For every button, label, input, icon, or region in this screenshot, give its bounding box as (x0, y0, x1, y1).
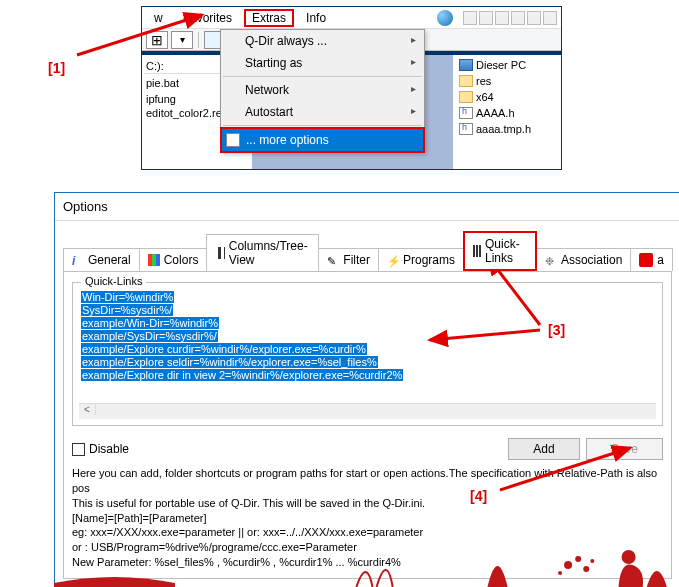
info-icon (72, 254, 84, 266)
menuitem-qdir-always[interactable]: Q-Dir always ... (221, 30, 424, 52)
separator (198, 32, 199, 48)
tab-columns[interactable]: Columns/Tree-View (206, 234, 319, 271)
ql-line[interactable]: SysDir=%sysdir%/ (81, 304, 173, 316)
tab-association[interactable]: Association (536, 248, 631, 271)
folder-icon (459, 91, 473, 103)
right-pane[interactable]: Dieser PC res x64 AAAA.h aaaa.tmp.h (453, 55, 561, 169)
tab-quick-links[interactable]: Quick-Links (463, 231, 537, 271)
options-icon (226, 133, 240, 147)
annotation-flag-1: [1] (48, 60, 65, 76)
tab-filter[interactable]: Filter (318, 248, 379, 271)
svg-point-8 (590, 559, 594, 563)
svg-point-7 (558, 571, 562, 575)
help-line: [Name]=[Path]=[Parameter] (72, 511, 663, 526)
list-item[interactable]: aaaa.tmp.h (457, 121, 561, 137)
options-tabbar: General Colors Columns/Tree-View Filter … (63, 231, 672, 271)
svg-point-4 (564, 561, 572, 569)
toolbar-small-icons (463, 11, 557, 25)
options-window: Options General Colors Columns/Tree-View… (54, 192, 679, 587)
help-line: This is useful for portable use of Q-Dir… (72, 496, 663, 511)
options-titlebar: Options (55, 193, 679, 221)
ql-line[interactable]: example/Explore seldir=%windir%/explorer… (81, 356, 378, 368)
ql-line[interactable]: example/SysDir=%sysdir%/ (81, 330, 218, 342)
horizontal-scrollbar[interactable] (79, 403, 656, 419)
disable-checkbox[interactable]: Disable (72, 442, 129, 456)
buttons-row: Disable Add Save (72, 434, 663, 464)
list-item[interactable]: x64 (457, 89, 561, 105)
disable-label: Disable (89, 442, 129, 456)
menuitem-more-options[interactable]: ... more options (220, 127, 425, 153)
association-icon (545, 254, 557, 266)
list-item[interactable]: Dieser PC (457, 57, 561, 73)
ql-line[interactable]: example/Explore dir in view 2=%windir%/e… (81, 369, 403, 381)
extras-dropdown: Q-Dir always ... Starting as Network Aut… (220, 29, 425, 153)
help-line: Here you can add, folder shortcuts or pr… (72, 466, 663, 496)
menuitem-autostart[interactable]: Autostart (221, 101, 424, 123)
red-icon (639, 253, 653, 267)
svg-point-9 (622, 550, 636, 564)
toolbar-icon[interactable] (495, 11, 509, 25)
annotation-flag-3: [3] (548, 322, 565, 338)
tab-extra[interactable]: a (630, 248, 673, 271)
ql-line[interactable]: example/Win-Dir=%windir% (81, 317, 219, 329)
toolbar-button[interactable]: ▾ (171, 31, 193, 49)
quicklinks-icon (473, 245, 481, 257)
hfile-icon (459, 107, 473, 119)
group-legend: Quick-Links (81, 275, 146, 287)
pc-icon (459, 59, 473, 71)
menu-separator (223, 76, 422, 77)
qdir-main-window: w Favorites Extras Info ▾ Q-Dir always .… (141, 6, 562, 170)
programs-icon (387, 254, 399, 266)
svg-point-6 (583, 566, 589, 572)
toolbar-icon[interactable] (527, 11, 541, 25)
filter-icon (327, 254, 339, 266)
tab-general[interactable]: General (63, 248, 140, 271)
ql-line[interactable]: example/Explore curdir=%windir%/explorer… (81, 343, 367, 355)
quick-links-textbox[interactable]: Win-Dir=%windir% SysDir=%sysdir%/ exampl… (79, 289, 656, 399)
menu-favorites[interactable]: Favorites (175, 9, 240, 27)
menu-separator (223, 125, 422, 126)
layout-grid-button[interactable] (146, 31, 168, 49)
tab-colors[interactable]: Colors (139, 248, 208, 271)
folder-icon (459, 75, 473, 87)
save-button[interactable]: Save (586, 438, 663, 460)
ql-line[interactable]: Win-Dir=%windir% (81, 291, 174, 303)
tab-programs[interactable]: Programs (378, 248, 464, 271)
menu-truncated[interactable]: w (146, 9, 171, 27)
menu-info[interactable]: Info (298, 9, 334, 27)
menu-extras[interactable]: Extras (244, 9, 294, 27)
toolbar-icon[interactable] (479, 11, 493, 25)
list-item[interactable]: AAAA.h (457, 105, 561, 121)
menuitem-starting-as[interactable]: Starting as (221, 52, 424, 74)
decorative-footer (54, 547, 679, 587)
menubar: w Favorites Extras Info (142, 7, 561, 29)
add-button[interactable]: Add (508, 438, 579, 460)
checkbox-icon[interactable] (72, 443, 85, 456)
list-item[interactable]: res (457, 73, 561, 89)
help-line: eg: xxx=/XXX/xxx.exe=parameter || or: xx… (72, 525, 663, 540)
globe-icon[interactable] (437, 10, 453, 26)
colors-icon (148, 254, 160, 266)
annotation-flag-4: [4] (470, 488, 487, 504)
toolbar-icon[interactable] (463, 11, 477, 25)
quick-links-group: Quick-Links Win-Dir=%windir% SysDir=%sys… (72, 282, 663, 426)
toolbar-icon[interactable] (511, 11, 525, 25)
toolbar-icon[interactable] (543, 11, 557, 25)
menuitem-network[interactable]: Network (221, 79, 424, 101)
columns-icon (215, 247, 224, 259)
tab-content: Quick-Links Win-Dir=%windir% SysDir=%sys… (63, 271, 672, 579)
hfile-icon (459, 123, 473, 135)
svg-point-5 (575, 556, 581, 562)
